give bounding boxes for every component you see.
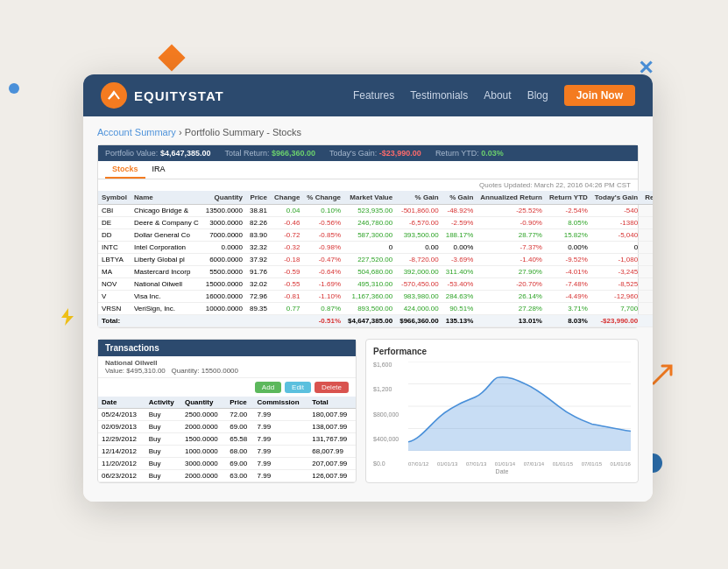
table-cell: -53.40% xyxy=(442,278,477,291)
table-cell: 188.17% xyxy=(442,229,477,242)
table-cell: 3000.0000 xyxy=(202,217,246,229)
table-cell: 523,935.00 xyxy=(344,205,396,217)
add-transaction-button[interactable]: Add xyxy=(255,382,281,393)
table-row[interactable]: CBIChicago Bridge &13500.000038.810.040.… xyxy=(98,205,653,217)
total-cell: 8.03% xyxy=(546,315,591,327)
trans-cell: 2500.0000 xyxy=(181,409,226,421)
total-cell xyxy=(131,315,202,327)
table-cell: 16000.0000 xyxy=(202,291,246,303)
nav-about[interactable]: About xyxy=(484,89,511,102)
trans-row[interactable]: 06/23/2012Buy2000.000063.007.99126,007.9… xyxy=(98,470,356,482)
table-cell: 424,000.00 xyxy=(396,303,442,315)
table-row[interactable]: VRSNVeriSign, Inc.10000.000089.350.770.8… xyxy=(98,303,653,315)
y-label-3: $400,000 xyxy=(373,436,406,442)
table-cell: -48.92% xyxy=(442,205,477,217)
trans-cell: 11/20/2012 xyxy=(98,458,145,470)
tab-ira[interactable]: IRA xyxy=(145,161,173,179)
col-todays-gain: Today's Gain xyxy=(591,191,641,205)
table-row[interactable]: INTCIntel Corporation0.000032.32-0.32-0.… xyxy=(98,242,653,254)
table-cell: 83.90 xyxy=(246,229,271,242)
table-cell: -540 xyxy=(591,205,641,217)
total-cell: -0.51% xyxy=(303,315,344,327)
table-cell: 89.35 xyxy=(246,303,271,315)
performance-panel: Performance $1,600 $1,200 $800,000 $400,… xyxy=(365,339,639,483)
trans-cell: 7.99 xyxy=(254,409,309,421)
trans-row[interactable]: 12/29/2012Buy1500.000065.587.99131,767.9… xyxy=(98,433,356,446)
table-cell: 0.10% xyxy=(303,205,344,217)
table-cell: 0.00 xyxy=(641,229,653,242)
table-cell: 0.00 xyxy=(641,205,653,217)
total-cell: -$5,520.00 xyxy=(641,315,653,327)
table-row[interactable]: DDDollar General Co7000.000083.90-0.72-0… xyxy=(98,229,653,242)
blue-dot-top-deco xyxy=(9,83,19,94)
total-return-label: Total Return: $966,360.00 xyxy=(224,149,315,158)
bottom-panels: Transactions National Oilwell Value: $49… xyxy=(97,339,639,483)
trans-col-date: Date xyxy=(98,397,145,409)
tab-stocks[interactable]: Stocks xyxy=(105,161,145,179)
trans-cell: 131,767.99 xyxy=(308,433,356,446)
table-row[interactable]: LBTYALiberty Global pl6000.000037.92-0.1… xyxy=(98,254,653,266)
table-row[interactable]: VVisa Inc.16000.000072.96-0.81-1.10%1,16… xyxy=(98,291,653,303)
trans-cell: 63.00 xyxy=(226,470,253,482)
stock-table: Symbol Name Quantity Price Change % Chan… xyxy=(98,191,653,327)
table-cell: 0.00 xyxy=(641,254,653,266)
delete-transaction-button[interactable]: Delete xyxy=(315,382,349,393)
breadcrumb-part1[interactable]: Account Summary xyxy=(97,127,176,137)
table-cell: -0.56% xyxy=(303,217,344,229)
table-total-row: Total:-0.51%$4,647,385.00$966,360.00135.… xyxy=(98,315,653,327)
table-cell: -501,860.00 xyxy=(396,205,442,217)
trans-cell: 3000.0000 xyxy=(181,458,226,470)
table-cell: 0.00 xyxy=(396,242,442,254)
trans-cell: Buy xyxy=(145,458,181,470)
table-cell: -1.69% xyxy=(303,278,344,291)
table-cell: -7.37% xyxy=(477,242,546,254)
table-cell: -20.70% xyxy=(477,278,546,291)
table-cell: 495,310.00 xyxy=(344,278,396,291)
x-label-1: 01/01/13 xyxy=(437,461,457,467)
x-label-2: 07/01/13 xyxy=(466,461,486,467)
table-cell: -0.72 xyxy=(271,229,303,242)
table-row[interactable]: DEDeere & Company C3000.000082.26-0.46-0… xyxy=(98,217,653,229)
quotes-updated: Quotes Updated: March 22, 2016 04:26 PM … xyxy=(98,179,638,191)
table-cell: Deere & Company C xyxy=(131,217,202,229)
trans-row[interactable]: 02/09/2013Buy2000.000069.007.99138,007.9… xyxy=(98,421,356,433)
total-cell xyxy=(271,315,303,327)
table-cell: -25.52% xyxy=(477,205,546,217)
trans-row[interactable]: 11/20/2012Buy3000.000069.007.99207,007.9… xyxy=(98,458,356,470)
table-cell: 15.82% xyxy=(546,229,591,242)
chart-area: $1,600 $1,200 $800,000 $400,000 $0.0 xyxy=(373,362,631,467)
table-cell: V xyxy=(98,291,131,303)
table-cell: 6000.0000 xyxy=(202,254,246,266)
brand-logo xyxy=(101,82,127,109)
table-cell: 38.81 xyxy=(246,205,271,217)
trans-col-activity: Activity xyxy=(145,397,181,409)
table-row[interactable]: NOVNational Oilwell15000.000032.02-0.55-… xyxy=(98,278,653,291)
table-cell: 0.0000 xyxy=(202,242,246,254)
table-cell: 504,680.00 xyxy=(344,266,396,278)
trans-cell: 138,007.99 xyxy=(308,421,356,433)
table-cell: -1.10% xyxy=(303,291,344,303)
trans-row[interactable]: 05/24/2013Buy2500.000072.007.99180,007.9… xyxy=(98,409,356,421)
trans-cell: Buy xyxy=(145,421,181,433)
nav-testimonials[interactable]: Testimonials xyxy=(410,89,468,102)
join-now-button[interactable]: Join Now xyxy=(564,85,635,106)
col-gain: % Gain xyxy=(396,191,442,205)
total-cell: 13.01% xyxy=(477,315,546,327)
nav-blog[interactable]: Blog xyxy=(527,89,548,102)
breadcrumb-sep: › xyxy=(179,127,185,137)
table-cell: -12,960 xyxy=(591,291,641,303)
trans-col-total: Total xyxy=(308,397,356,409)
edit-transaction-button[interactable]: Edit xyxy=(285,382,311,393)
table-row[interactable]: MAMastercard Incorp5500.000091.76-0.59-0… xyxy=(98,266,653,278)
table-cell: 7000.0000 xyxy=(202,229,246,242)
nav-features[interactable]: Features xyxy=(353,89,394,102)
total-cell: 135.13% xyxy=(442,315,477,327)
trans-cell: 12/14/2012 xyxy=(98,446,145,458)
table-cell: 0.00 xyxy=(641,266,653,278)
trans-cell: 7.99 xyxy=(254,458,309,470)
table-cell: LBTYA xyxy=(98,254,131,266)
trans-cell: 65.58 xyxy=(226,433,253,446)
table-cell: 0.77 xyxy=(271,303,303,315)
table-cell: Liberty Global pl xyxy=(131,254,202,266)
trans-row[interactable]: 12/14/2012Buy1000.000068.007.9968,007.99 xyxy=(98,446,356,458)
